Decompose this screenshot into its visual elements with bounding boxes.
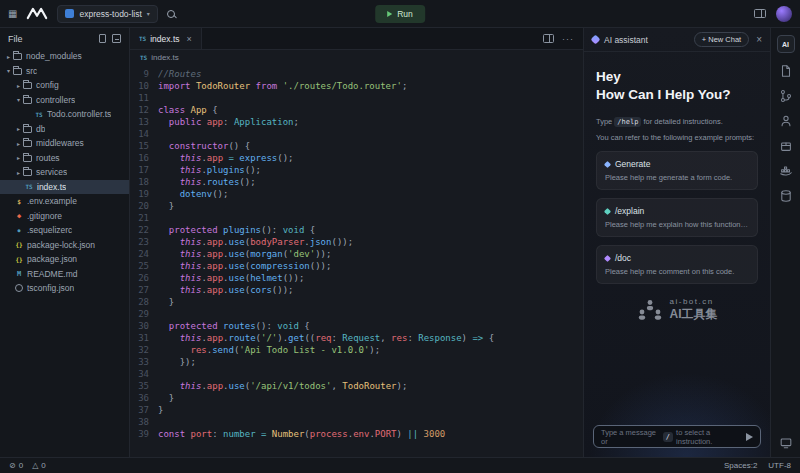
error-count[interactable]: ⊘ 0: [9, 461, 23, 470]
prompt-card-desc: Please help me comment on this code.: [605, 267, 749, 276]
tab-index-ts[interactable]: TS index.ts ×: [130, 28, 202, 49]
chevron-right-icon[interactable]: ▸: [14, 125, 23, 132]
git-file-icon: ◆: [13, 212, 25, 220]
split-editor-icon[interactable]: [543, 34, 554, 43]
docker-icon[interactable]: [779, 164, 793, 178]
tree-item-tsconfig.json[interactable]: tsconfig.json: [0, 281, 129, 296]
tree-item-.sequelizerc[interactable]: ●.sequelizerc: [0, 223, 129, 238]
chevron-right-icon[interactable]: ▸: [14, 140, 23, 147]
project-icon: [65, 9, 74, 18]
tree-item-middlewares[interactable]: ▸middlewares: [0, 136, 129, 151]
prompt-card-3[interactable]: /docPlease help me comment on this code.: [596, 245, 758, 284]
line-number: 31: [130, 332, 149, 344]
json-file-icon: {}: [13, 241, 25, 248]
tree-item-label: config: [36, 80, 59, 90]
git-branch-icon[interactable]: [779, 89, 793, 103]
tree-item-index.ts[interactable]: TSindex.ts: [0, 180, 129, 195]
watermark-brand: AI工具集: [670, 306, 718, 323]
line-number: 22: [130, 224, 149, 236]
prompt-card-2[interactable]: /explainPlease help me explain how this …: [596, 198, 758, 237]
code-line: [158, 308, 583, 320]
watermark-logo-icon: [637, 298, 663, 322]
chevron-right-icon[interactable]: ▸: [14, 169, 23, 176]
close-panel-icon[interactable]: ×: [756, 34, 762, 45]
tree-item-package.json[interactable]: {}package.json: [0, 252, 129, 267]
chevron-right-icon[interactable]: ▸: [14, 154, 23, 161]
code-line: dotenv();: [158, 188, 583, 200]
prompt-card-title: Generate: [615, 159, 650, 169]
ide-window: ▦ express-todo-list ▾ Run Fi: [0, 0, 800, 473]
user-profile-icon[interactable]: [779, 114, 793, 128]
tree-item-routes[interactable]: ▸routes: [0, 151, 129, 166]
tree-item-README.md[interactable]: MREADME.md: [0, 267, 129, 282]
ai-assistant-panel: AI assistant + New Chat × Hey How Can I …: [583, 28, 770, 457]
chevron-right-icon[interactable]: ▸: [4, 53, 13, 60]
explorer-header: File: [0, 28, 129, 49]
run-button[interactable]: Run: [375, 5, 425, 23]
tree-item-src[interactable]: ▾src: [0, 64, 129, 79]
database-icon[interactable]: [779, 189, 793, 203]
send-icon[interactable]: [746, 433, 753, 441]
typescript-file-icon: TS: [140, 54, 147, 61]
tree-item-package-lock.json[interactable]: {}package-lock.json: [0, 238, 129, 253]
user-avatar[interactable]: [776, 6, 792, 22]
gear-file-icon: [13, 284, 25, 292]
prompt-card-1[interactable]: GeneratePlease help me generate a form c…: [596, 151, 758, 190]
docs-icon[interactable]: [779, 64, 793, 78]
code-editor[interactable]: 9101112131415161718192021222324252627282…: [130, 65, 583, 457]
collapse-folders-icon[interactable]: [112, 34, 121, 43]
code-line: });: [158, 356, 583, 368]
ai-assistant-rail-button[interactable]: AI: [777, 35, 795, 53]
top-bar-left: ▦ express-todo-list ▾: [8, 5, 175, 23]
chat-input[interactable]: Type a message or / to select a instruct…: [593, 425, 761, 448]
line-number: 39: [130, 428, 149, 440]
ts-file-icon: TS: [23, 183, 35, 190]
tree-item-label: controllers: [36, 95, 75, 105]
line-number: 33: [130, 356, 149, 368]
layout-panels-icon[interactable]: [754, 9, 766, 18]
warning-icon: △: [32, 461, 38, 470]
tree-item-.env.example[interactable]: $.env.example: [0, 194, 129, 209]
folder-icon: [23, 82, 32, 89]
package-icon[interactable]: [779, 139, 793, 153]
chevron-down-icon[interactable]: ▾: [14, 96, 23, 103]
warning-count[interactable]: △ 0: [32, 461, 46, 470]
tree-item-db[interactable]: ▸db: [0, 122, 129, 137]
tree-item-.gitignore[interactable]: ◆.gitignore: [0, 209, 129, 224]
search-icon[interactable]: [167, 10, 175, 18]
error-icon: ⊘: [9, 461, 16, 470]
chevron-down-icon[interactable]: ▾: [4, 67, 13, 74]
prompt-card-desc: Please help me generate a form code.: [605, 173, 749, 182]
project-switcher[interactable]: express-todo-list ▾: [57, 5, 157, 23]
help-command-chip[interactable]: /help: [614, 117, 641, 127]
chevron-right-icon[interactable]: ▸: [14, 82, 23, 89]
line-number: 15: [130, 140, 149, 152]
tree-item-node_modules[interactable]: ▸node_modules: [0, 49, 129, 64]
tree-item-label: .gitignore: [27, 211, 62, 221]
tree-item-label: README.md: [27, 269, 78, 279]
prompt-card-title: /explain: [615, 206, 644, 216]
slash-chip: /: [663, 432, 673, 442]
new-chat-button[interactable]: + New Chat: [694, 32, 749, 47]
tree-item-label: routes: [36, 153, 60, 163]
indentation-setting[interactable]: Spaces:2: [724, 461, 757, 470]
code-line: [158, 212, 583, 224]
tree-item-label: .sequelizerc: [27, 225, 72, 235]
more-actions-icon[interactable]: ···: [562, 34, 574, 44]
tab-close-icon[interactable]: ×: [187, 34, 192, 44]
line-numbers: 9101112131415161718192021222324252627282…: [130, 68, 158, 457]
tree-item-services[interactable]: ▸services: [0, 165, 129, 180]
monitor-icon[interactable]: [779, 436, 793, 450]
help-hint-pre: Type: [596, 117, 614, 126]
encoding-setting[interactable]: UTF-8: [768, 461, 791, 470]
breadcrumb[interactable]: TS index.ts: [130, 50, 583, 65]
line-number: 27: [130, 284, 149, 296]
tree-item-config[interactable]: ▸config: [0, 78, 129, 93]
apps-grid-icon[interactable]: ▦: [8, 9, 17, 19]
tree-item-controllers[interactable]: ▾controllers: [0, 93, 129, 108]
ai-panel-body: Hey How Can I Help You? Type /help for d…: [584, 52, 770, 323]
code-line: [158, 368, 583, 380]
new-file-icon[interactable]: [99, 34, 106, 43]
tree-item-Todo.controller.ts[interactable]: TSTodo.controller.ts: [0, 107, 129, 122]
warning-count-value: 0: [41, 461, 45, 470]
